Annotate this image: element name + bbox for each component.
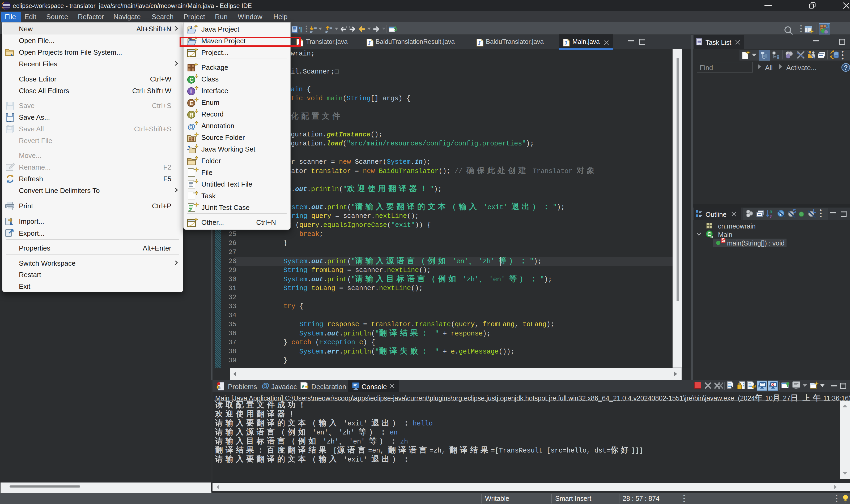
svg-text:E: E [189, 100, 193, 106]
svg-text:S: S [793, 209, 796, 214]
svg-text:R: R [189, 111, 194, 118]
svg-text:e: e [302, 383, 305, 389]
svg-text:z: z [769, 214, 772, 219]
svg-text:I: I [190, 88, 192, 95]
svg-text:J: J [190, 25, 192, 30]
svg-text:?: ? [844, 64, 848, 71]
svg-text:J: J [826, 24, 829, 29]
svg-text:a: a [769, 209, 773, 214]
svg-text:@: @ [188, 122, 195, 131]
svg-text:C: C [189, 76, 194, 83]
svg-text:L: L [813, 209, 816, 214]
